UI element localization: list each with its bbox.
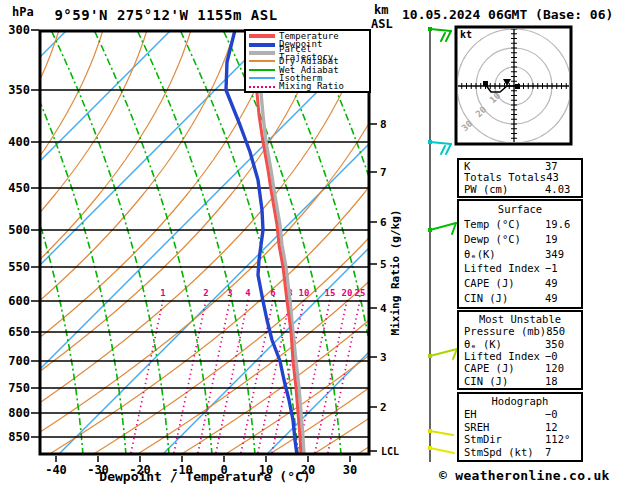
table-row: PW (cm)4.03 [459,184,581,195]
table-row-value: 120 [545,362,564,374]
legend-swatch [249,51,275,55]
table-row-value: −1 [545,261,558,276]
table-section-header: Surface [459,202,581,217]
table-row: Lifted Index−1 [459,261,581,276]
km-tick-label: 5 [380,258,387,271]
table-row: CIN (J)49 [459,291,581,306]
table-row: Dewp (°C)19 [459,232,581,247]
wind-barb [430,448,454,453]
km-tick-label: 7 [380,166,387,179]
pressure-tick-label: 400 [8,135,30,149]
table-row-value: 349 [545,247,564,262]
pressure-tick-label: 700 [8,354,30,368]
table-row-label: Lifted Index [464,350,545,362]
legend: TemperatureDewpointParcel TrajectoryDry … [244,29,371,93]
km-tick-label: 8 [380,118,387,131]
pressure-tick-label: 750 [8,381,30,395]
pressure-tick-label: 650 [8,325,30,339]
hodograph-marker-square [515,84,520,89]
station-title: 9°59'N 275°12'W 1155m ASL [44,7,288,23]
copyright: © weatheronline.co.uk [439,468,610,483]
wind-barb [430,29,451,31]
table-section-header: Most Unstable [459,313,581,325]
table-row-value: 49 [545,276,558,291]
table-row-label: Totals Totals [464,172,546,183]
table-row: CIN (J)18 [459,375,581,387]
legend-item-mixing-ratio: Mixing Ratio [249,82,369,90]
table-row-value: 43 [546,172,559,183]
hodograph-unit-label: kt [460,29,472,40]
table-row-label: CIN (J) [464,291,545,306]
pressure-tick-label: 850 [8,430,30,444]
table-row-label: PW (cm) [464,184,545,195]
pressure-tick-label: 450 [8,181,30,195]
dry-adiabat-line [0,30,367,455]
table-row-label: CIN (J) [464,375,545,387]
wind-barb [446,144,451,154]
table-row-label: StmSpd (kt) [464,446,545,459]
km-tick-label: 3 [380,351,387,364]
pressure-tick-label: 550 [8,260,30,274]
table-row: θₑ (K)350 [459,338,581,350]
table-row-label: CAPE (J) [464,276,545,291]
legend-swatch [249,86,275,88]
table-section-hodograph: HodographEH−0SREH12StmDir112°StmSpd (kt)… [457,392,583,462]
legend-swatch [249,60,275,62]
hodograph-marker-square [483,81,488,86]
table-row: Totals Totals43 [459,172,581,183]
altitude-unit-km: km [374,3,388,17]
pressure-tick-label: 600 [8,294,30,308]
table-row: StmSpd (kt)7 [459,446,581,459]
mixing-ratio-axis-label: Mixing Ratio (g/kg) [389,208,402,338]
dry-adiabat-line [0,30,235,455]
dry-adiabat-line [4,30,411,455]
dry-adiabat-line [0,30,279,455]
km-tick-label: 6 [380,216,387,229]
table-row-value: 49 [545,291,558,306]
wind-barb [430,431,453,435]
table-row: Temp (°C)19.6 [459,217,581,232]
pressure-tick-label: 300 [8,23,30,37]
hodograph-ring-label: 30 [460,118,475,133]
datetime-label: 10.05.2024 06GMT (Base: 06) [402,7,629,22]
table-row-label: EH [464,408,545,421]
table-row-value: −0 [545,408,558,421]
table-section-most-unstable: Most UnstablePressure (mb)850θₑ (K)350Li… [457,310,583,390]
mixing-ratio-value: 10 [299,288,310,298]
table-row-label: StmDir [464,433,545,446]
mixing-ratio-line [216,300,249,455]
pressure-tick-label: 800 [8,406,30,420]
table-row-label: Pressure (mb) [464,325,546,337]
hodograph-ring-label: 20 [474,104,489,119]
legend-swatch [249,43,275,47]
mixing-ratio-value: 4 [245,288,251,298]
mixing-ratio-value: 6 [270,288,275,298]
mixing-ratio-value: 25 [355,288,366,298]
table-section-indices: K37Totals Totals43PW (cm)4.03 [457,158,583,198]
wind-barb [446,31,451,41]
table-row-label: Dewp (°C) [464,232,545,247]
mixing-ratio-value: 2 [203,288,208,298]
table-row-value: 350 [545,338,564,350]
table-row-value: 12 [545,421,558,434]
wind-barb [441,146,445,154]
table-section-header: Hodograph [459,395,581,408]
table-row-label: Temp (°C) [464,217,545,232]
legend-label: Mixing Ratio [279,82,344,90]
table-row: Pressure (mb)850 [459,325,581,337]
table-row: CAPE (J)49 [459,276,581,291]
table-row-label: Lifted Index [464,261,545,276]
altitude-unit-asl: ASL [371,17,393,31]
table-row-value: 18 [545,375,558,387]
table-row-value: 19.6 [545,217,570,232]
table-row: Lifted Index−0 [459,350,581,362]
legend-swatch [249,34,275,38]
pressure-axis-unit: hPa [12,5,34,19]
hodograph: 102030 [456,27,571,144]
table-row-label: SREH [464,421,545,434]
table-row: CAPE (J)120 [459,362,581,374]
table-row-value: 850 [546,325,565,337]
wet-adiabat-line [266,30,384,455]
wind-barb [430,349,457,356]
table-row-label: θₑ(K) [464,247,545,262]
